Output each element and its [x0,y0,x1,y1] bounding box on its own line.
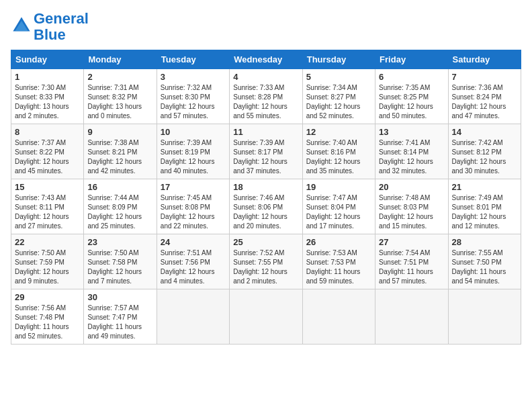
day-detail: Sunrise: 7:50 AMSunset: 7:58 PMDaylight:… [87,248,152,286]
day-detail: Sunrise: 7:35 AMSunset: 8:25 PMDaylight:… [379,83,444,121]
day-number: 27 [379,237,444,247]
calendar-cell: 20 Sunrise: 7:48 AMSunset: 8:03 PMDaylig… [375,179,448,234]
column-header-sunday: Sunday [11,50,84,69]
calendar-cell: 15 Sunrise: 7:43 AMSunset: 8:11 PMDaylig… [11,179,84,234]
day-detail: Sunrise: 7:32 AMSunset: 8:30 PMDaylight:… [161,83,226,121]
day-detail: Sunrise: 7:49 AMSunset: 8:01 PMDaylight:… [452,193,517,231]
day-number: 20 [379,182,444,192]
day-detail: Sunrise: 7:53 AMSunset: 7:53 PMDaylight:… [306,248,371,286]
calendar-cell: 30 Sunrise: 7:57 AMSunset: 7:47 PMDaylig… [84,289,157,345]
column-header-monday: Monday [84,50,157,69]
day-number: 21 [452,182,517,192]
day-number: 6 [379,72,444,82]
day-number: 19 [306,182,371,192]
day-detail: Sunrise: 7:46 AMSunset: 8:06 PMDaylight:… [233,193,298,231]
calendar-cell: 19 Sunrise: 7:47 AMSunset: 8:04 PMDaylig… [302,179,375,234]
calendar-cell: 18 Sunrise: 7:46 AMSunset: 8:06 PMDaylig… [230,179,302,234]
calendar-cell: 13 Sunrise: 7:41 AMSunset: 8:14 PMDaylig… [375,124,448,179]
calendar-week-row: 22 Sunrise: 7:50 AMSunset: 7:59 PMDaylig… [11,234,521,289]
day-number: 3 [161,72,226,82]
calendar-cell: 2 Sunrise: 7:31 AMSunset: 8:32 PMDayligh… [84,69,157,124]
calendar-week-row: 15 Sunrise: 7:43 AMSunset: 8:11 PMDaylig… [11,179,521,234]
day-number: 14 [452,127,517,137]
calendar-cell: 28 Sunrise: 7:55 AMSunset: 7:50 PMDaylig… [448,234,521,289]
day-detail: Sunrise: 7:54 AMSunset: 7:51 PMDaylight:… [379,248,444,286]
calendar-cell: 29 Sunrise: 7:56 AMSunset: 7:48 PMDaylig… [11,289,84,345]
day-detail: Sunrise: 7:48 AMSunset: 8:03 PMDaylight:… [379,193,444,231]
day-number: 18 [233,182,298,192]
day-number: 26 [306,237,371,247]
logo-text: GeneralBlue [34,11,89,43]
calendar-cell: 1 Sunrise: 7:30 AMSunset: 8:33 PMDayligh… [11,69,84,124]
day-number: 25 [233,237,298,247]
day-number: 8 [15,127,80,137]
column-header-tuesday: Tuesday [157,50,229,69]
column-header-wednesday: Wednesday [230,50,302,69]
day-number: 4 [233,72,298,82]
calendar-cell: 21 Sunrise: 7:49 AMSunset: 8:01 PMDaylig… [448,179,521,234]
day-detail: Sunrise: 7:45 AMSunset: 8:08 PMDaylight:… [161,193,226,231]
calendar-table: SundayMondayTuesdayWednesdayThursdayFrid… [11,50,521,345]
day-number: 1 [15,72,80,82]
day-detail: Sunrise: 7:33 AMSunset: 8:28 PMDaylight:… [233,83,298,121]
calendar-cell [375,289,448,345]
calendar-cell: 16 Sunrise: 7:44 AMSunset: 8:09 PMDaylig… [84,179,157,234]
day-detail: Sunrise: 7:50 AMSunset: 7:59 PMDaylight:… [15,248,80,286]
day-detail: Sunrise: 7:57 AMSunset: 7:47 PMDaylight:… [87,304,152,341]
calendar-cell: 12 Sunrise: 7:40 AMSunset: 8:16 PMDaylig… [302,124,375,179]
calendar-cell: 17 Sunrise: 7:45 AMSunset: 8:08 PMDaylig… [157,179,229,234]
calendar-cell: 25 Sunrise: 7:52 AMSunset: 7:55 PMDaylig… [230,234,302,289]
calendar-cell [157,289,229,345]
day-number: 22 [15,237,80,247]
calendar-cell: 24 Sunrise: 7:51 AMSunset: 7:56 PMDaylig… [157,234,229,289]
calendar-cell: 7 Sunrise: 7:36 AMSunset: 8:24 PMDayligh… [448,69,521,124]
day-detail: Sunrise: 7:42 AMSunset: 8:12 PMDaylight:… [452,138,517,176]
day-detail: Sunrise: 7:56 AMSunset: 7:48 PMDaylight:… [15,304,80,341]
day-number: 12 [306,127,371,137]
calendar-cell: 10 Sunrise: 7:39 AMSunset: 8:19 PMDaylig… [157,124,229,179]
column-header-friday: Friday [375,50,448,69]
day-number: 2 [87,72,152,82]
calendar-cell [230,289,302,345]
day-number: 24 [161,237,226,247]
column-header-saturday: Saturday [448,50,521,69]
day-detail: Sunrise: 7:51 AMSunset: 7:56 PMDaylight:… [161,248,226,286]
calendar-cell: 9 Sunrise: 7:38 AMSunset: 8:21 PMDayligh… [84,124,157,179]
day-number: 5 [306,72,371,82]
day-number: 7 [452,72,517,82]
day-number: 30 [87,292,152,302]
calendar-cell: 26 Sunrise: 7:53 AMSunset: 7:53 PMDaylig… [302,234,375,289]
calendar-cell: 14 Sunrise: 7:42 AMSunset: 8:12 PMDaylig… [448,124,521,179]
day-detail: Sunrise: 7:34 AMSunset: 8:27 PMDaylight:… [306,83,371,121]
calendar-header-row: SundayMondayTuesdayWednesdayThursdayFrid… [11,50,521,69]
day-number: 9 [87,127,152,137]
logo: GeneralBlue [11,11,89,43]
calendar-cell: 3 Sunrise: 7:32 AMSunset: 8:30 PMDayligh… [157,69,229,124]
calendar-cell: 11 Sunrise: 7:39 AMSunset: 8:17 PMDaylig… [230,124,302,179]
day-number: 11 [233,127,298,137]
day-detail: Sunrise: 7:55 AMSunset: 7:50 PMDaylight:… [452,248,517,286]
calendar-week-row: 29 Sunrise: 7:56 AMSunset: 7:48 PMDaylig… [11,289,521,345]
page-header: GeneralBlue [11,11,521,43]
day-number: 16 [87,182,152,192]
day-detail: Sunrise: 7:38 AMSunset: 8:21 PMDaylight:… [87,138,152,176]
day-detail: Sunrise: 7:36 AMSunset: 8:24 PMDaylight:… [452,83,517,121]
day-number: 15 [15,182,80,192]
column-header-thursday: Thursday [302,50,375,69]
day-detail: Sunrise: 7:39 AMSunset: 8:19 PMDaylight:… [161,138,226,176]
day-detail: Sunrise: 7:41 AMSunset: 8:14 PMDaylight:… [379,138,444,176]
calendar-cell: 22 Sunrise: 7:50 AMSunset: 7:59 PMDaylig… [11,234,84,289]
day-detail: Sunrise: 7:39 AMSunset: 8:17 PMDaylight:… [233,138,298,176]
calendar-cell [302,289,375,345]
calendar-week-row: 8 Sunrise: 7:37 AMSunset: 8:22 PMDayligh… [11,124,521,179]
calendar-cell [448,289,521,345]
day-detail: Sunrise: 7:37 AMSunset: 8:22 PMDaylight:… [15,138,80,176]
day-number: 17 [161,182,226,192]
day-detail: Sunrise: 7:40 AMSunset: 8:16 PMDaylight:… [306,138,371,176]
calendar-cell: 23 Sunrise: 7:50 AMSunset: 7:58 PMDaylig… [84,234,157,289]
calendar-cell: 5 Sunrise: 7:34 AMSunset: 8:27 PMDayligh… [302,69,375,124]
day-number: 29 [15,292,80,302]
day-detail: Sunrise: 7:43 AMSunset: 8:11 PMDaylight:… [15,193,80,231]
day-detail: Sunrise: 7:31 AMSunset: 8:32 PMDaylight:… [87,83,152,121]
calendar-body: 1 Sunrise: 7:30 AMSunset: 8:33 PMDayligh… [11,69,521,345]
